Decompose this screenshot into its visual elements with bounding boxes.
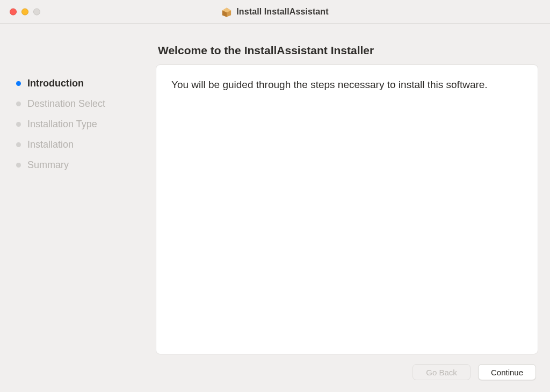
go-back-button[interactable]: Go Back: [412, 364, 471, 380]
step-label: Introduction: [27, 78, 84, 89]
sidebar-step-installation-type: Installation Type: [16, 114, 156, 134]
window-title: Install InstallAssistant: [236, 7, 328, 17]
sidebar-step-summary: Summary: [16, 155, 156, 175]
page-title: Welcome to the InstallAssistant Installe…: [156, 32, 538, 64]
continue-button[interactable]: Continue: [478, 364, 536, 380]
bullet-icon: [16, 101, 21, 106]
window-controls: [10, 8, 40, 15]
step-label: Installation: [27, 139, 74, 150]
intro-text: You will be guided through the steps nec…: [171, 78, 523, 92]
package-icon: [221, 6, 232, 17]
main-area: Introduction Destination Select Installa…: [0, 24, 550, 354]
bullet-icon: [16, 122, 21, 127]
step-label: Destination Select: [27, 98, 105, 110]
minimize-window-button[interactable]: [21, 8, 28, 15]
steps-sidebar: Introduction Destination Select Installa…: [12, 32, 156, 354]
bullet-icon: [16, 81, 21, 86]
sidebar-step-installation: Installation: [16, 134, 156, 155]
close-window-button[interactable]: [10, 8, 17, 15]
step-label: Summary: [27, 159, 69, 171]
content-area: Welcome to the InstallAssistant Installe…: [156, 32, 538, 354]
titlebar: Install InstallAssistant: [0, 0, 550, 24]
content-panel: You will be guided through the steps nec…: [156, 64, 538, 354]
bullet-icon: [16, 163, 21, 168]
step-label: Installation Type: [27, 119, 97, 130]
bullet-icon: [16, 142, 21, 147]
sidebar-step-introduction: Introduction: [16, 73, 156, 93]
sidebar-step-destination-select: Destination Select: [16, 93, 156, 114]
window-title-wrap: Install InstallAssistant: [221, 6, 328, 17]
footer: Go Back Continue: [0, 354, 550, 392]
zoom-window-button: [33, 8, 40, 15]
